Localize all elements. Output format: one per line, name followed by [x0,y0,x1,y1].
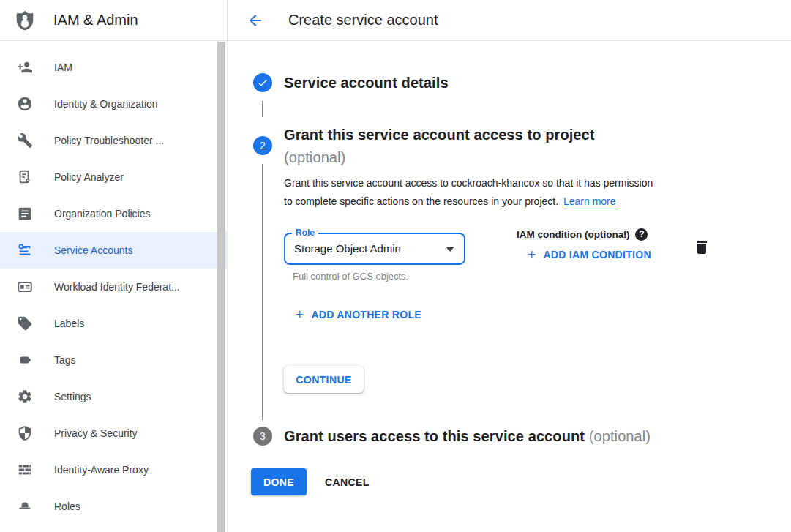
add-another-role-button[interactable]: + ADD ANOTHER ROLE [296,309,421,321]
sidebar-item-label: Organization Policies [54,208,151,220]
step3-indicator: 3 [253,427,272,446]
description-line1: Grant this service account access to coc… [284,174,738,192]
step3-title-text: Grant users access to this service accou… [284,428,585,444]
tag-arrow-icon [16,351,34,369]
person-circle-icon [16,95,34,113]
badge-card-icon [16,278,34,296]
iam-condition-header: IAM condition (optional) ? [517,228,648,241]
step2-optional-label: (optional) [284,149,345,165]
sidebar-item-identity-organization[interactable]: Identity & Organization [0,86,227,122]
sidebar-item-organization-policies[interactable]: Organization Policies [0,195,227,232]
plus-icon: + [296,309,304,321]
sidebar-item-tags[interactable]: Tags [0,342,227,378]
article-icon [16,205,34,222]
help-icon[interactable]: ? [635,228,648,241]
product-name: IAM & Admin [53,12,138,29]
sidebar-item-settings[interactable]: Settings [0,378,227,415]
sidebar-item-label: Policy Analyzer [54,171,124,183]
add-iam-condition-label: ADD IAM CONDITION [543,249,651,261]
add-another-role-label: ADD ANOTHER ROLE [311,309,421,321]
sidebar-item-label: IAM [54,61,72,73]
sidebar-item-label: Privacy & Security [54,427,138,439]
step3-optional-label: (optional) [589,428,651,444]
step2-title-text: Grant this service account access to pro… [284,127,595,143]
back-button[interactable] [246,11,265,30]
iam-shield-logo-icon [14,9,36,32]
delete-role-button[interactable] [693,239,711,256]
sidebar: IAM Identity & Organization Policy Troub… [0,41,228,532]
sidebar-item-label: Service Accounts [54,244,132,256]
stepper-connector [262,164,263,420]
sidebar-scrollbar[interactable] [217,42,225,532]
main-content: Service account details 2 Grant this ser… [228,41,791,532]
plus-icon: + [528,249,536,261]
step3-number: 3 [260,430,266,442]
sidebar-item-label: Workload Identity Federat... [54,281,180,293]
sidebar-item-roles[interactable]: Roles [0,488,227,525]
step2-title: Grant this service account access to pro… [284,124,738,169]
sidebar-item-iam[interactable]: IAM [0,49,227,86]
add-iam-condition-button[interactable]: + ADD IAM CONDITION [528,249,651,261]
trash-icon [693,239,711,256]
step1-title: Service account details [284,72,449,93]
continue-button[interactable]: CONTINUE [284,366,364,393]
sidebar-item-service-accounts[interactable]: Service Accounts [0,232,227,269]
step2-indicator: 2 [253,136,272,155]
sidebar-item-labels[interactable]: Labels [0,305,227,342]
shield-half-icon [16,424,34,442]
product-header: IAM & Admin [0,0,228,40]
step3-title: Grant users access to this service accou… [284,426,651,446]
sidebar-item-label: Settings [54,391,91,402]
back-arrow-icon [247,12,264,29]
page-title: Create service account [288,12,438,29]
role-select[interactable]: Role Storage Object Admin [284,233,465,265]
sidebar-item-policy-troubleshooter[interactable]: Policy Troubleshooter ... [0,122,227,159]
sidebar-item-policy-analyzer[interactable]: Policy Analyzer [0,159,227,195]
page-header: Create service account [228,0,791,40]
cancel-button[interactable]: CANCEL [325,468,370,495]
wrench-icon [16,132,34,149]
learn-more-link[interactable]: Learn more [563,195,616,207]
sidebar-item-identity-aware-proxy[interactable]: Identity-Aware Proxy [0,452,227,488]
done-button[interactable]: DONE [251,468,307,495]
proxy-rows-icon [16,461,34,479]
description-line2: to complete specific actions on the reso… [284,192,738,211]
hat-icon [16,498,34,515]
sidebar-item-label: Roles [54,501,80,512]
sidebar-item-label: Labels [54,318,84,329]
person-add-icon [16,59,34,76]
chevron-down-icon [446,247,454,252]
role-helper-text: Full control of GCS objects. [293,271,408,282]
sidebar-item-label: Tags [54,354,76,366]
app-header: IAM & Admin Create service account [0,0,791,41]
step1-completed-check-icon [253,73,272,92]
role-selected-value: Storage Object Admin [294,234,401,263]
sidebar-item-workload-identity-federation[interactable]: Workload Identity Federat... [0,269,227,305]
service-account-key-icon [16,241,34,259]
sidebar-item-privacy-security[interactable]: Privacy & Security [0,415,227,452]
sidebar-item-label: Policy Troubleshooter ... [54,135,164,146]
iam-condition-label: IAM condition (optional) [517,229,629,240]
stepper-connector [262,101,263,117]
label-tag-icon [16,315,34,332]
document-gear-icon [16,168,34,186]
step2-description: Grant this service account access to coc… [284,174,738,211]
sidebar-item-label: Identity-Aware Proxy [54,464,149,476]
gear-icon [16,388,34,405]
step2-number: 2 [260,140,266,151]
sidebar-item-label: Identity & Organization [54,98,158,110]
